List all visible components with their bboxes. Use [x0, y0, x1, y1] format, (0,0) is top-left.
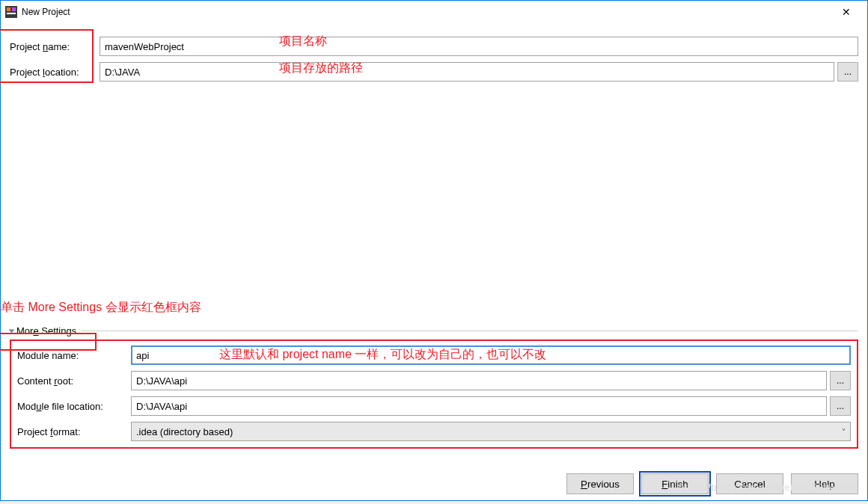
label-text: revious: [587, 479, 620, 490]
select-value: .idea (directory based): [136, 426, 233, 437]
project-name-row: Project name:: [10, 37, 858, 56]
dialog-window: New Project ✕ Project name: Project loca…: [0, 0, 868, 501]
browse-button[interactable]: ...: [830, 371, 851, 390]
project-name-input[interactable]: [100, 37, 858, 56]
previous-button[interactable]: Previous: [566, 473, 634, 494]
label-mnemonic: e: [33, 325, 38, 336]
button-bar: Previous Finish Cancel Help: [566, 473, 858, 494]
label-mnemonic: u: [36, 401, 41, 412]
app-icon: [5, 6, 17, 18]
content-root-label: Content root:: [17, 375, 131, 387]
close-button[interactable]: ✕: [830, 1, 863, 23]
module-file-row: Module file location: ...: [17, 396, 851, 416]
module-name-label: Module name:: [17, 350, 131, 361]
label-mnemonic: F: [661, 479, 667, 490]
label-text: Content: [17, 375, 54, 387]
label-text: ormat:: [53, 426, 81, 437]
content-root-row: Content root: ...: [17, 371, 851, 390]
cancel-button[interactable]: Cancel: [716, 473, 783, 494]
ellipsis-icon: ...: [837, 375, 844, 386]
browse-button[interactable]: ...: [830, 396, 851, 416]
finish-button[interactable]: Finish: [641, 473, 709, 494]
label-mnemonic: P: [581, 479, 587, 490]
label-text: Mor: [16, 325, 33, 336]
project-format-row: Project format: .idea (directory based) …: [17, 422, 851, 441]
dialog-content: Project name: Project location: ... 项目名称…: [1, 23, 867, 455]
label-text: inish: [667, 479, 688, 490]
label-text: Project: [10, 67, 43, 78]
annotation-more-settings-hint: 单击 More Settings 会显示红色框内容: [1, 300, 201, 316]
window-title: New Project: [22, 7, 830, 17]
project-location-input[interactable]: [100, 62, 834, 82]
label-text: Project: [10, 41, 43, 52]
label-text: Project: [17, 426, 50, 437]
more-settings-panel: Module name: 这里默认和 project name 一样，可以改为自…: [10, 339, 858, 449]
label-text: ame:: [48, 41, 70, 52]
module-file-label: Module file location:: [17, 401, 131, 412]
svg-rect-1: [7, 7, 10, 11]
chevron-down-icon: ˅: [842, 428, 846, 436]
svg-rect-2: [12, 7, 16, 11]
project-format-select[interactable]: .idea (directory based) ˅: [131, 422, 851, 441]
project-location-label: Project location:: [10, 67, 100, 78]
ellipsis-icon: ...: [844, 67, 852, 77]
label-text: le file location:: [42, 401, 103, 412]
chevron-down-icon: [9, 329, 15, 333]
close-icon: ✕: [842, 6, 851, 18]
svg-rect-3: [7, 13, 16, 14]
module-file-input[interactable]: [131, 396, 827, 416]
label-text: Mod: [17, 401, 36, 412]
project-format-label: Project format:: [17, 426, 131, 437]
content-root-input[interactable]: [131, 371, 827, 390]
module-name-row: Module name: 这里默认和 project name 一样，可以改为自…: [17, 345, 851, 365]
label-text: ocation:: [45, 67, 79, 78]
label-text: Cancel: [734, 479, 765, 490]
more-settings-header[interactable]: More Settings: [10, 325, 858, 336]
titlebar: New Project ✕: [1, 1, 867, 23]
separator: [81, 331, 858, 331]
help-button[interactable]: Help: [791, 473, 858, 494]
project-name-label: Project name:: [10, 41, 100, 52]
project-location-row: Project location: ...: [10, 62, 858, 82]
ellipsis-icon: ...: [837, 401, 844, 411]
label-text: Settings: [39, 325, 77, 336]
module-name-input[interactable]: [131, 345, 851, 365]
label-text: oot:: [58, 375, 74, 387]
browse-button[interactable]: ...: [837, 62, 858, 82]
label-text: Help: [814, 479, 834, 490]
more-settings-label: More Settings: [16, 325, 76, 336]
